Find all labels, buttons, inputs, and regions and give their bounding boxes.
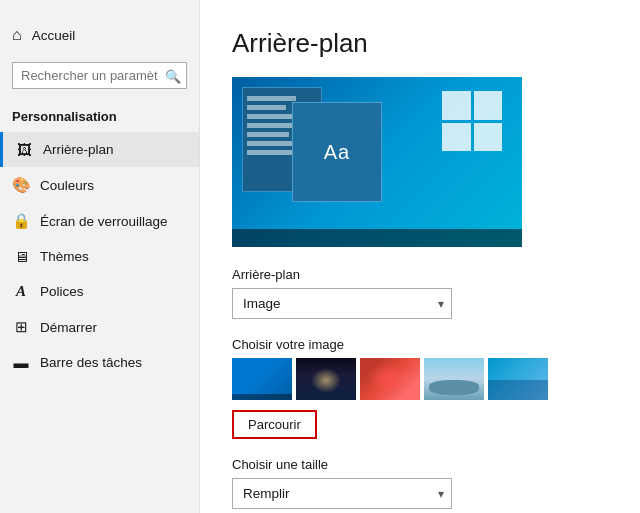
sidebar-search-container: 🔍	[12, 62, 187, 89]
polices-icon: A	[12, 283, 30, 300]
preview-line-3	[247, 114, 296, 119]
preview-window-center: Aa	[292, 102, 382, 202]
nav-label-arriere-plan: Arrière-plan	[43, 142, 114, 157]
thumbnail-4[interactable]	[424, 358, 484, 400]
preview-line-5	[247, 132, 289, 137]
win-logo-pane-3	[442, 123, 471, 152]
thumbnail-3[interactable]	[360, 358, 420, 400]
nav-item-couleurs[interactable]: 🎨 Couleurs	[0, 167, 199, 203]
thumbnail-5[interactable]	[488, 358, 548, 400]
preview-line-1	[247, 96, 296, 101]
windows-logo	[442, 91, 502, 151]
nav-label-couleurs: Couleurs	[40, 178, 94, 193]
themes-icon: 🖥	[12, 248, 30, 265]
nav-label-barre-taches: Barre des tâches	[40, 355, 142, 370]
demarrer-icon: ⊞	[12, 318, 30, 336]
nav-item-themes[interactable]: 🖥 Thèmes	[0, 239, 199, 274]
background-field-label: Arrière-plan	[232, 267, 608, 282]
thumbnail-2[interactable]	[296, 358, 356, 400]
choose-image-label: Choisir votre image	[232, 337, 608, 352]
nav-label-polices: Polices	[40, 284, 84, 299]
nav-label-demarrer: Démarrer	[40, 320, 97, 335]
choose-size-label: Choisir une taille	[232, 457, 608, 472]
preview-line-6	[247, 141, 296, 146]
sidebar: ⌂ Accueil 🔍 Personnalisation 🖼 Arrière-p…	[0, 0, 200, 513]
desktop-preview: Aa	[232, 77, 522, 247]
ecran-verrouillage-icon: 🔒	[12, 212, 30, 230]
win-logo-pane-4	[474, 123, 503, 152]
nav-item-demarrer[interactable]: ⊞ Démarrer	[0, 309, 199, 345]
nav-item-polices[interactable]: A Polices	[0, 274, 199, 309]
couleurs-icon: 🎨	[12, 176, 30, 194]
arriere-plan-icon: 🖼	[15, 141, 33, 158]
sidebar-item-accueil[interactable]: ⌂ Accueil	[12, 22, 187, 48]
preview-aa-text: Aa	[324, 141, 350, 164]
nav-item-ecran-verrouillage[interactable]: 🔒 Écran de verrouillage	[0, 203, 199, 239]
win-logo-pane-1	[442, 91, 471, 120]
page-title: Arrière-plan	[232, 28, 608, 59]
win-logo-pane-2	[474, 91, 503, 120]
size-dropdown-wrap: Remplir Ajuster Étirer Mosaïque Centrer …	[232, 478, 452, 509]
browse-button[interactable]: Parcourir	[232, 410, 317, 439]
search-icon: 🔍	[165, 68, 181, 83]
sidebar-home-section: ⌂ Accueil	[0, 12, 199, 62]
preview-line-2	[247, 105, 286, 110]
sidebar-home-label: Accueil	[32, 28, 76, 43]
background-dropdown[interactable]: Image Couleur unie Diaporama	[232, 288, 452, 319]
background-dropdown-wrap: Image Couleur unie Diaporama ▾	[232, 288, 452, 319]
image-thumbnails	[232, 358, 608, 400]
preview-line-7	[247, 150, 296, 155]
preview-taskbar	[232, 229, 522, 247]
thumbnail-1[interactable]	[232, 358, 292, 400]
home-icon: ⌂	[12, 26, 22, 44]
nav-label-themes: Thèmes	[40, 249, 89, 264]
browse-button-label: Parcourir	[248, 417, 301, 432]
size-dropdown[interactable]: Remplir Ajuster Étirer Mosaïque Centrer …	[232, 478, 452, 509]
nav-label-ecran-verrouillage: Écran de verrouillage	[40, 214, 168, 229]
preview-desktop-bg: Aa	[232, 77, 522, 247]
main-content: Arrière-plan Aa	[200, 0, 640, 513]
nav-item-arriere-plan[interactable]: 🖼 Arrière-plan	[0, 132, 199, 167]
sidebar-section-title: Personnalisation	[0, 105, 199, 132]
search-input[interactable]	[12, 62, 187, 89]
nav-item-barre-taches[interactable]: ▬ Barre des tâches	[0, 345, 199, 380]
barre-taches-icon: ▬	[12, 354, 30, 371]
